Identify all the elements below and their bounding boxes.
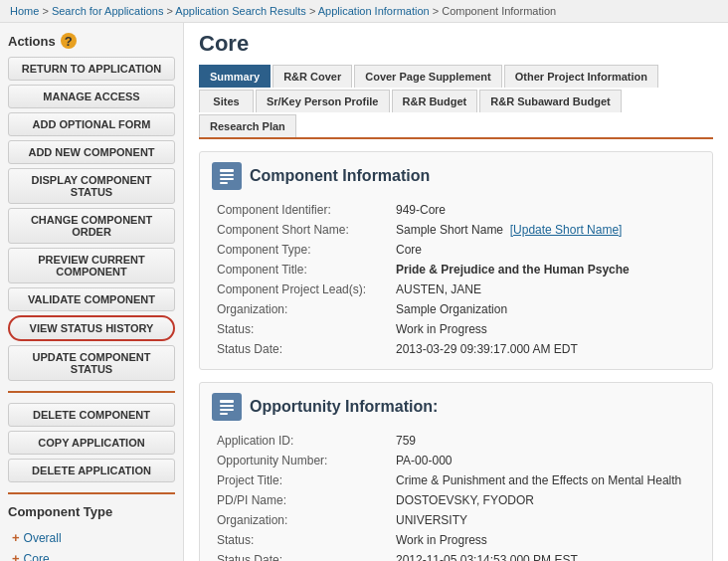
preview-current-component-btn[interactable]: PREVIEW CURRENT COMPONENT — [8, 248, 175, 283]
field-label: Status Date: — [212, 550, 391, 561]
field-label: Component Identifier: — [212, 200, 391, 220]
table-row: Application ID: 759 — [212, 431, 700, 451]
add-optional-form-btn[interactable]: ADD OPTIONAL FORM — [8, 112, 175, 136]
breadcrumb: Home > Search for Applications > Applica… — [0, 0, 728, 23]
table-row: Component Identifier: 949-Core — [212, 200, 700, 220]
field-value: Crime & Punishment and the Effects on Me… — [391, 470, 700, 490]
breadcrumb-appinfo[interactable]: Application Information — [318, 5, 430, 17]
breadcrumb-current: Component Information — [442, 5, 556, 17]
table-row: Organization: UNIVERSITY — [212, 510, 700, 530]
field-label: Status Date: — [212, 339, 391, 359]
breadcrumb-home[interactable]: Home — [10, 5, 39, 17]
tab-rr-cover[interactable]: R&R Cover — [273, 65, 352, 88]
field-label: Component Project Lead(s): — [212, 280, 391, 299]
tab-research-plan[interactable]: Research Plan — [199, 114, 296, 137]
update-component-status-btn[interactable]: UPDATE COMPONENT STATUS — [8, 345, 175, 381]
delete-component-btn[interactable]: DELETE COMPONENT — [8, 403, 175, 427]
table-row: Component Type: Core — [212, 240, 700, 260]
update-short-name-link[interactable]: [Update Short Name] — [510, 223, 623, 237]
field-value: DOSTOEVSKY, FYODOR — [391, 490, 700, 510]
table-row: Component Project Lead(s): AUSTEN, JANE — [212, 280, 700, 299]
table-row: PD/PI Name: DOSTOEVSKY, FYODOR — [212, 490, 700, 510]
field-value: PA-00-000 — [391, 451, 700, 470]
change-component-order-btn[interactable]: CHANGE COMPONENT ORDER — [8, 208, 175, 244]
return-to-application-btn[interactable]: RETURN TO APPLICATION — [8, 57, 175, 81]
table-row: Organization: Sample Organization — [212, 299, 700, 319]
field-label: Application ID: — [212, 431, 391, 451]
help-icon[interactable]: ? — [61, 33, 77, 49]
breadcrumb-results[interactable]: Application Search Results — [175, 5, 305, 17]
table-row: Status: Work in Progress — [212, 530, 700, 550]
tab-sites[interactable]: Sites — [199, 90, 254, 112]
field-label: Project Title: — [212, 470, 391, 490]
svg-rect-3 — [220, 182, 228, 184]
manage-access-btn[interactable]: MANAGE ACCESS — [8, 85, 175, 108]
field-label: Opportunity Number: — [212, 451, 391, 470]
field-label: Status: — [212, 319, 391, 339]
svg-rect-6 — [220, 409, 234, 411]
svg-rect-4 — [220, 400, 234, 403]
component-core-label: Core — [24, 552, 50, 562]
field-label: PD/PI Name: — [212, 490, 391, 510]
page-title: Core — [199, 31, 713, 57]
field-value: AUSTEN, JANE — [391, 280, 700, 299]
svg-rect-5 — [220, 405, 234, 407]
svg-rect-1 — [220, 174, 234, 176]
field-value-status: Work in Progress — [391, 319, 700, 339]
component-info-header: Component Information — [212, 162, 700, 190]
tab-summary[interactable]: Summary — [199, 65, 271, 88]
sidebar-divider-1 — [8, 391, 175, 393]
plus-icon-core: + — [12, 551, 20, 561]
component-info-section: Component Information Component Identifi… — [199, 151, 713, 370]
tab-rr-subaward[interactable]: R&R Subaward Budget — [479, 90, 621, 112]
field-value: Core — [391, 240, 700, 260]
field-value: 759 — [391, 431, 700, 451]
component-overall-label: Overall — [24, 531, 62, 545]
validate-component-btn[interactable]: VALIDATE COMPONENT — [8, 287, 175, 311]
table-row: Status Date: 2012-11-05 03:14:53.000 PM … — [212, 550, 700, 561]
opportunity-info-table: Application ID: 759 Opportunity Number: … — [212, 431, 700, 561]
add-new-component-btn[interactable]: ADD NEW COMPONENT — [8, 140, 175, 164]
field-value: UNIVERSITY — [391, 510, 700, 530]
main-content: Core Summary R&R Cover Cover Page Supple… — [184, 23, 728, 561]
opportunity-info-icon — [212, 393, 242, 421]
tabs-bar: Summary R&R Cover Cover Page Supplement … — [199, 65, 713, 139]
field-label: Status: — [212, 530, 391, 550]
delete-application-btn[interactable]: DELETE APPLICATION — [8, 459, 175, 482]
field-value: Sample Short Name [Update Short Name] — [391, 220, 700, 240]
table-row: Opportunity Number: PA-00-000 — [212, 451, 700, 470]
field-value-status: Work in Progress — [391, 530, 700, 550]
svg-rect-2 — [220, 178, 234, 180]
opportunity-info-title: Opportunity Information: — [250, 398, 438, 416]
svg-rect-0 — [220, 169, 234, 172]
plus-icon-overall: + — [12, 530, 20, 545]
component-type-core[interactable]: + Core — [8, 548, 175, 561]
table-row: Status: Work in Progress — [212, 319, 700, 339]
field-label: Organization: — [212, 510, 391, 530]
view-status-history-btn[interactable]: VIEW STATUS HISTORY — [8, 315, 175, 341]
table-row: Component Short Name: Sample Short Name … — [212, 220, 700, 240]
component-type-overall[interactable]: + Overall — [8, 527, 175, 548]
table-row: Component Title: Pride & Prejudice and t… — [212, 260, 700, 280]
tab-cover-page-supplement[interactable]: Cover Page Supplement — [354, 65, 502, 88]
field-value: 949-Core — [391, 200, 700, 220]
svg-rect-7 — [220, 413, 228, 415]
field-label: Component Short Name: — [212, 220, 391, 240]
component-type-header: Component Type — [8, 504, 175, 519]
actions-header: Actions ? — [8, 33, 175, 49]
sidebar-divider-2 — [8, 492, 175, 494]
breadcrumb-search[interactable]: Search for Applications — [52, 5, 164, 17]
tab-rr-budget[interactable]: R&R Budget — [392, 90, 478, 112]
field-label: Component Title: — [212, 260, 391, 280]
component-info-icon — [212, 162, 242, 190]
table-row: Project Title: Crime & Punishment and th… — [212, 470, 700, 490]
tab-sr-key-person[interactable]: Sr/Key Person Profile — [256, 90, 390, 112]
copy-application-btn[interactable]: COPY APPLICATION — [8, 431, 175, 455]
display-component-status-btn[interactable]: DISPLAY COMPONENT STATUS — [8, 168, 175, 204]
actions-label: Actions — [8, 34, 56, 49]
component-info-title: Component Information — [250, 167, 430, 185]
field-value: 2013-03-29 09:39:17.000 AM EDT — [391, 339, 700, 359]
opportunity-info-header: Opportunity Information: — [212, 393, 700, 421]
tab-other-project-info[interactable]: Other Project Information — [504, 65, 658, 88]
opportunity-info-section: Opportunity Information: Application ID:… — [199, 382, 713, 561]
